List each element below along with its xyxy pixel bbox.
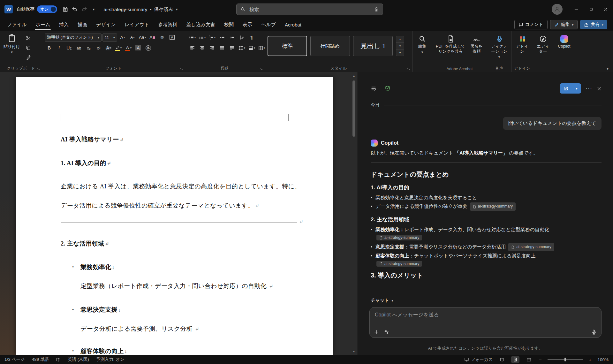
document-title-area[interactable]: ai-strategy-summary • 保存済み ▾ [104,6,178,12]
page-indicator[interactable]: 1/3 ページ [4,357,25,362]
strikethrough-button[interactable]: ab [74,44,83,52]
numbering-button[interactable]: ▾ [198,33,207,42]
citation-chip[interactable]: ai-strategy-summary [470,202,516,211]
bold-button[interactable]: B [45,44,54,52]
shading-button[interactable]: ▾ [247,44,256,52]
minimize-button[interactable] [569,0,584,19]
avatar[interactable] [552,4,563,15]
read-mode-button[interactable] [498,356,506,363]
multilevel-list-button[interactable]: ▾ [208,33,216,42]
tab-home[interactable]: ホーム [31,19,55,31]
highlight-button[interactable]: ▾ [114,44,123,52]
character-border-button[interactable]: A [168,33,177,42]
enclose-character-button[interactable]: 字 [144,44,153,52]
word-count[interactable]: 489 単語 [32,357,49,362]
style-card-no-spacing[interactable]: 行間詰め [310,36,350,56]
distribute-button[interactable] [227,44,236,52]
comments-button[interactable]: コメント [514,20,548,29]
styles-scroll-up-icon[interactable]: ▴ [396,36,404,43]
acrobat-create-pdf-button[interactable]: PDF を作成してリンクを共有 [435,33,466,54]
font-dialog-launcher-icon[interactable] [179,67,183,71]
paragraph-dialog-launcher-icon[interactable] [259,67,263,71]
quick-access-chevron-icon[interactable]: ▾ [89,4,99,14]
styles-gallery-scroll[interactable]: ▴ ▾ ▾ [396,36,404,56]
scrollbar-thumb[interactable] [352,80,355,137]
more-options-icon[interactable]: ··· [586,85,592,92]
close-panel-icon[interactable] [597,86,602,91]
citation-chip[interactable]: ai-strategy-summary [508,243,554,251]
editing-button[interactable]: 編集 ▾ [415,33,429,54]
scroll-up-icon[interactable]: ▴ [352,74,356,77]
align-right-button[interactable] [208,44,216,52]
font-size-select[interactable]: 11 ▾ [102,34,117,42]
new-chat-chevron-icon[interactable]: ▾ [572,83,581,94]
web-layout-button[interactable] [525,356,533,363]
chat-history-icon[interactable] [371,86,376,91]
tab-design[interactable]: デザイン [92,19,120,31]
search-mic-icon[interactable] [374,7,379,12]
align-left-button[interactable] [188,44,197,52]
clipboard-dialog-launcher-icon[interactable] [36,67,40,71]
text-effects-button[interactable]: A▾ [104,44,113,52]
tab-acrobat[interactable]: Acrobat [280,19,306,31]
style-card-heading1[interactable]: 見出し 1 [353,36,393,56]
line-spacing-button[interactable]: ▾ [237,44,246,52]
paste-button[interactable]: 貼り付け ▾ [3,33,21,61]
chat-mode-selector[interactable]: チャット ▾ [371,298,613,303]
zoom-level[interactable]: 100% [597,357,609,362]
tab-file[interactable]: ファイル [3,19,31,31]
clear-formatting-button[interactable]: A [148,33,157,42]
proofing-icon[interactable] [56,357,61,362]
font-color-button[interactable]: A ▾ [124,44,133,52]
focus-mode-button[interactable]: フォーカス [464,357,493,362]
styles-scroll-down-icon[interactable]: ▾ [396,43,404,49]
tab-help[interactable]: ヘルプ [257,19,280,31]
format-painter-button[interactable] [24,53,33,61]
addins-button[interactable]: アドイン [514,33,530,54]
style-card-normal[interactable]: 標準 [268,36,307,56]
tab-review[interactable]: 校閲 [220,19,238,31]
acrobat-request-signature-button[interactable]: 署名を依頼 [469,33,484,54]
justify-button[interactable] [217,44,226,52]
undo-icon[interactable] [70,4,79,14]
search-box[interactable] [236,4,383,15]
redo-icon[interactable] [79,4,89,14]
styles-dialog-launcher-icon[interactable] [407,67,411,71]
voice-input-mic-icon[interactable] [591,329,597,335]
close-button[interactable] [598,0,613,19]
shrink-font-button[interactable]: A▾ [128,33,137,42]
zoom-out-button[interactable]: − [538,357,542,362]
copilot-message-input[interactable] [370,307,601,337]
copy-button[interactable] [24,43,33,52]
subscript-button[interactable]: x₂ [84,44,93,52]
text-prediction-indicator[interactable]: 予測入力: オン [96,357,125,362]
character-shading-button[interactable]: A [134,44,143,52]
decrease-indent-button[interactable] [217,33,226,42]
copilot-input-box[interactable] [369,307,602,338]
collapse-ribbon-chevron-icon[interactable]: ▾ [607,66,609,71]
editing-mode-button[interactable]: 編集 ▾ [550,20,578,29]
search-input[interactable] [249,6,371,12]
superscript-button[interactable]: x² [94,44,103,52]
borders-button[interactable]: ▾ [257,44,266,52]
ribbon-copilot-button[interactable]: Copilot [556,33,573,49]
styles-gallery-more-icon[interactable]: ▾ [396,49,404,56]
citation-chip[interactable]: ai-strategy-summary [376,235,422,240]
tab-insert[interactable]: 挿入 [55,19,73,31]
zoom-slider[interactable] [548,359,583,360]
word-logo-icon[interactable]: W [4,5,13,13]
editor-button[interactable]: エディター [536,33,550,54]
document-scrollbar[interactable]: ▴ ▾ [352,72,356,355]
scroll-down-icon[interactable]: ▾ [352,350,356,353]
share-button[interactable]: 共有 ▾ [580,20,607,29]
save-icon[interactable] [60,4,70,14]
print-layout-button[interactable] [511,356,519,363]
grow-font-button[interactable]: A▴ [118,33,127,42]
phonetic-guide-button[interactable]: 亜 [158,33,167,42]
show-formatting-marks-button[interactable]: ¶ [247,33,256,42]
zoom-slider-knob[interactable] [564,358,566,361]
tab-references[interactable]: 参考資料 [154,19,182,31]
change-case-button[interactable]: Aa▾ [138,33,147,42]
new-chat-compose-icon[interactable] [560,83,572,94]
increase-indent-button[interactable] [227,33,236,42]
